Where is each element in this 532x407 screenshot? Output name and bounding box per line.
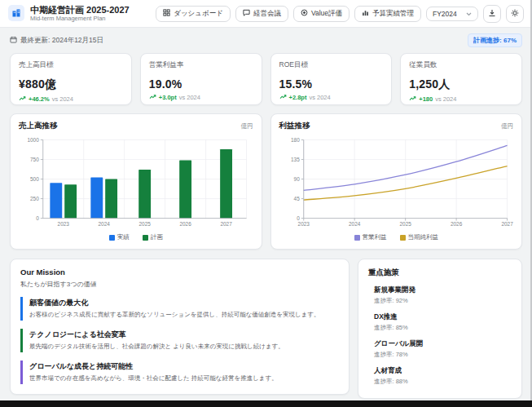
svg-text:250: 250 <box>30 196 39 201</box>
nav-label: Value評価 <box>311 9 342 19</box>
sales-chart-legend: 実績計画 <box>19 233 253 241</box>
mission-item-technology: テクノロジーによる社会変革 最先端のデジタル技術を活用し、社会課題の解決と より… <box>20 329 339 352</box>
mission-item-title: テクノロジーによる社会変革 <box>29 330 339 340</box>
svg-text:2026: 2026 <box>179 221 191 227</box>
mission-item-title: 顧客価値の最大化 <box>29 298 339 308</box>
svg-text:0: 0 <box>36 215 39 221</box>
mission-item-title: グローバルな成長と持続可能性 <box>29 361 339 372</box>
legend-label: 計画 <box>151 233 163 241</box>
download-icon <box>488 7 496 20</box>
app-brand: 中期経営計画 2025-2027 Mid-term Management Pla… <box>8 5 130 23</box>
svg-text:90: 90 <box>293 176 300 182</box>
kpi-delta: +2.8pt <box>289 94 307 101</box>
legend-swatch <box>109 235 115 241</box>
calendar-icon <box>10 36 17 45</box>
fiscal-year-select[interactable]: FY2024 <box>426 7 478 21</box>
download-button[interactable] <box>483 5 501 23</box>
mission-item-global-growth: グローバルな成長と持続可能性 世界市場での存在感を高めながら、環境・社会に配慮し… <box>20 361 339 384</box>
kpi-label: 営業利益率 <box>149 60 253 70</box>
legend-swatch <box>143 235 148 241</box>
initiative-progress: 進捗率: 78% <box>374 351 512 359</box>
nav-meeting-button[interactable]: 経営会議 <box>235 6 288 22</box>
bar-chart-icon <box>362 9 369 18</box>
fiscal-year-value: FY2024 <box>433 10 457 18</box>
top-bar: 中期経営計画 2025-2027 Mid-term Management Pla… <box>0 0 532 28</box>
legend-item: 当期純利益 <box>400 233 439 241</box>
trend-up-icon <box>149 94 156 101</box>
kpi-value: ¥880億 <box>19 77 123 92</box>
legend-label: 当期純利益 <box>408 233 439 241</box>
initiative-name: グローバル展開 <box>374 339 512 349</box>
svg-text:2024: 2024 <box>99 221 111 227</box>
kpi-row: 売上高目標 ¥880億 +46.2% vs 2024 営業利益率 19.0% +… <box>0 53 532 105</box>
target-icon <box>301 9 308 18</box>
nav-label: 経営会議 <box>253 9 281 19</box>
profit-chart-legend: 営業利益当期純利益 <box>279 233 514 241</box>
svg-text:45: 45 <box>293 196 300 201</box>
initiatives-title: 重点施策 <box>368 268 512 278</box>
last-updated-text: 最終更新: 2024年12月15日 <box>20 36 103 46</box>
kpi-label: ROE目標 <box>279 60 384 70</box>
mission-title: Our Mission <box>20 268 339 276</box>
page-title: 中期経営計画 2025-2027 <box>30 5 130 15</box>
legend-label: 実績 <box>117 233 130 241</box>
initiative-item-talent: 人材育成 進捗率: 88% <box>368 366 512 386</box>
trend-up-icon <box>19 95 26 103</box>
kpi-label: 従業員数 <box>409 60 513 70</box>
page-subtitle: Mid-term Management Plan <box>30 15 130 22</box>
legend-item: 営業利益 <box>354 233 387 241</box>
building-icon <box>8 5 24 21</box>
legend-swatch <box>354 235 360 241</box>
gear-icon <box>511 7 519 20</box>
legend-swatch <box>400 235 406 241</box>
mission-subtitle: 私たちが目指す3つの価値 <box>20 280 339 289</box>
nav-dashboard-button[interactable]: ダッシュボード <box>156 6 231 22</box>
svg-text:750: 750 <box>30 157 39 162</box>
nav-value-button[interactable]: Value評価 <box>293 6 350 22</box>
chart-title: 売上高推移 <box>19 121 58 131</box>
window-edge-bottom <box>0 400 532 407</box>
status-bar: 最終更新: 2024年12月15日 計画進捗: 67% <box>0 28 532 53</box>
dashboard-icon <box>163 9 170 18</box>
initiative-name: 人材育成 <box>374 366 512 376</box>
kpi-card-roe: ROE目標 15.5% +2.8pt vs 2024 <box>270 53 393 105</box>
chart-unit: 億円 <box>241 122 253 131</box>
last-updated: 最終更新: 2024年12月15日 <box>10 36 103 46</box>
sales-bar-chart: 0250500750100020232024202520262027 <box>19 135 253 231</box>
bottom-row: Our Mission 私たちが目指す3つの価値 顧客価値の最大化 お客様のビジ… <box>0 250 532 399</box>
svg-text:135: 135 <box>291 157 300 162</box>
svg-text:2025: 2025 <box>138 221 151 227</box>
mission-item-desc: お客様のビジネス成長に貢献する革新的なソリューションを提供し、持続可能な価値創造… <box>29 311 339 319</box>
nav-label: 予算実績管理 <box>372 9 414 19</box>
legend-item: 計画 <box>143 233 163 241</box>
svg-text:1000: 1000 <box>27 137 39 143</box>
mission-item-desc: 世界市場での存在感を高めながら、環境・社会に配慮した 持続可能な経営を推進します… <box>29 374 339 383</box>
chevron-down-icon <box>466 10 472 18</box>
chart-unit: 億円 <box>501 122 513 131</box>
top-nav: ダッシュボード 経営会議 Value評価 予算実績管理 <box>156 5 524 23</box>
legend-item: 実績 <box>109 233 130 241</box>
initiative-progress: 進捗率: 92% <box>374 297 512 305</box>
kpi-delta: +180 <box>419 95 433 103</box>
nav-budget-button[interactable]: 予算実績管理 <box>354 6 421 22</box>
svg-text:2027: 2027 <box>220 221 232 227</box>
mission-item-desc: 最先端のデジタル技術を活用し、社会課題の解決と より良い未来の実現に挑戦し続けま… <box>29 343 339 351</box>
kpi-delta: +3.0pt <box>159 94 177 101</box>
svg-text:2024: 2024 <box>349 221 361 227</box>
initiative-name: DX推進 <box>374 312 512 322</box>
profit-trend-chart-card: 利益推移 億円 0459013518020232024202520262027 … <box>270 113 523 250</box>
trend-up-icon <box>409 95 416 103</box>
svg-text:2026: 2026 <box>450 221 462 227</box>
kpi-label: 売上高目標 <box>19 60 123 70</box>
mission-card: Our Mission 私たちが目指す3つの価値 顧客価値の最大化 お客様のビジ… <box>10 259 350 395</box>
kpi-vs: vs 2024 <box>309 94 330 101</box>
settings-button[interactable] <box>506 5 524 23</box>
initiative-progress: 進捗率: 85% <box>374 324 512 332</box>
kpi-value: 15.5% <box>279 77 384 91</box>
initiative-name: 新規事業開発 <box>374 285 512 295</box>
plan-progress-badge: 計画進捗: 67% <box>468 33 522 47</box>
kpi-vs: vs 2024 <box>179 94 200 101</box>
svg-text:2025: 2025 <box>399 221 411 227</box>
legend-label: 営業利益 <box>363 233 387 241</box>
kpi-card-employees: 従業員数 1,250人 +180 vs 2024 <box>400 53 522 105</box>
